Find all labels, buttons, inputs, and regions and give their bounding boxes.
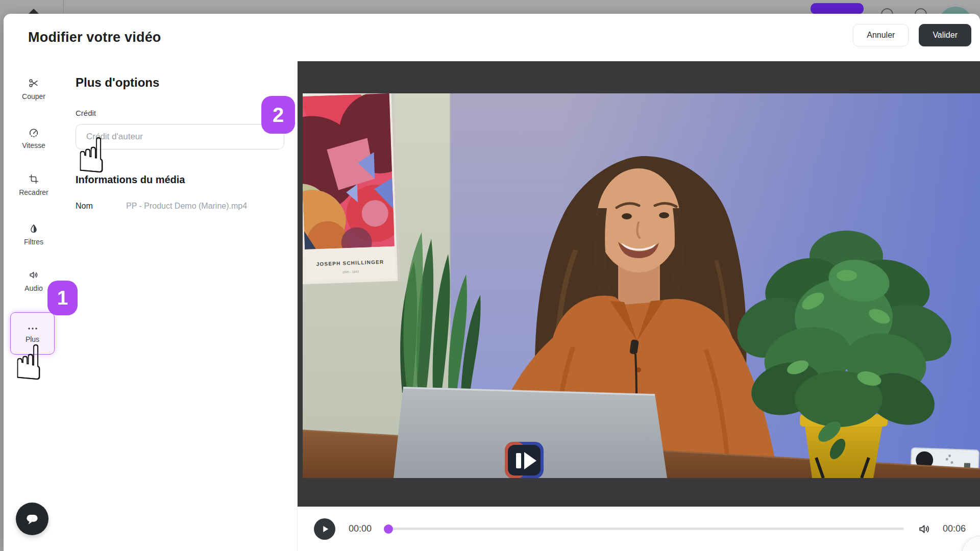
play-icon [319,523,330,535]
progress-track[interactable] [385,528,904,530]
scrubber-handle[interactable] [384,524,393,534]
options-panel: Plus d'options Crédit Informations du mé… [64,61,298,551]
cancel-button[interactable]: Annuler [853,24,909,46]
sidebar-item-label: Couper [22,92,45,101]
sidebar-item-label: Recadrer [19,188,48,196]
duration: 00:06 [943,523,966,534]
speedometer-icon [28,127,39,138]
sidebar-item-label: Filtres [24,238,43,246]
sidebar-item-label: Audio [24,284,43,292]
credit-label: Crédit [76,109,284,117]
scissors-icon [28,78,39,89]
sidebar-item-label: Vitesse [22,141,45,149]
chat-icon [22,509,42,529]
sidebar-item-filtres[interactable]: Filtres [4,223,64,246]
media-name-value: PP - Product Demo (Marine).mp4 [126,202,247,211]
sidebar-item-label: Plus [26,335,39,343]
sidebar-item-vitesse[interactable]: Vitesse [4,127,64,149]
video-preview[interactable]: JOSEPH SCHILLINGER 1895 - 1943 [298,61,980,507]
laptop [394,387,667,479]
video-player-bar: 00:00 00:06 [298,507,980,551]
modal-title: Modifier votre vidéo [28,30,161,45]
step-badge-2: 2 [261,96,295,134]
sidebar-item-plus-selected[interactable]: Plus [10,312,55,355]
credit-input[interactable] [76,124,284,149]
volume-button[interactable] [917,522,932,536]
page: Modifier votre vidéo Annuler Valider Cou… [0,0,980,551]
upgrade-button-peek [811,3,864,14]
playplay-logo [505,442,544,479]
more-dots-icon [28,324,38,332]
play-button[interactable] [314,518,335,540]
panel-heading: Plus d'options [76,76,284,90]
video-frame-illustration: JOSEPH SCHILLINGER 1895 - 1943 [298,61,980,507]
divider [63,0,64,14]
filter-drop-icon [28,223,39,234]
confirm-button[interactable]: Valider [919,24,971,46]
sidebar-item-couper[interactable]: Couper [4,78,64,101]
modal-header-actions: Annuler Valider [853,24,971,46]
speaker-icon [28,269,39,281]
current-time: 00:00 [349,523,372,534]
sidebar-item-recadrer[interactable]: Recadrer [4,173,64,196]
media-name-row: Nom PP - Product Demo (Marine).mp4 [76,202,284,211]
poster-subtitle: 1895 - 1943 [342,270,359,273]
media-name-label: Nom [76,202,126,211]
support-chat-button[interactable] [16,503,48,535]
media-info-heading: Informations du média [76,174,284,186]
crop-icon [28,173,39,185]
volume-icon [917,522,932,536]
step-badge-1: 1 [47,281,78,315]
background-page-strip [0,0,980,14]
